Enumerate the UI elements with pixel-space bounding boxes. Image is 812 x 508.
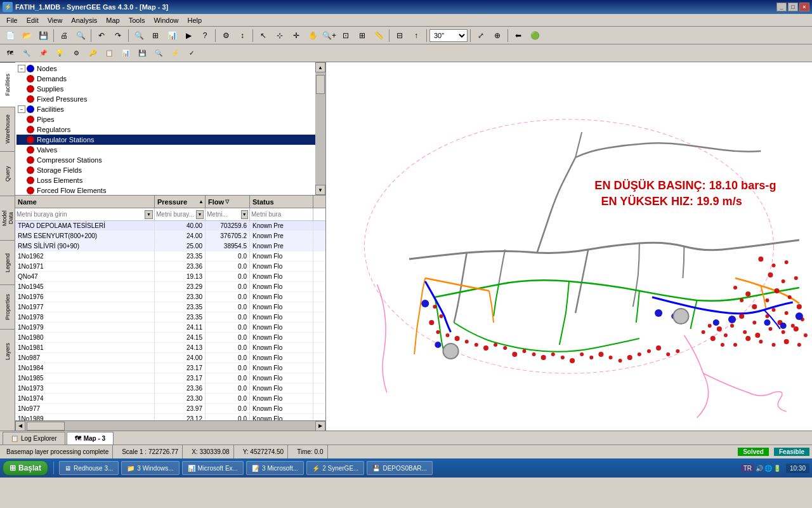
filter-name-input[interactable] [16, 211, 145, 218]
taskbar-app-3[interactable]: 📊 Microsoft Ex... [182, 461, 244, 475]
redo-button[interactable]: ↷ [110, 28, 126, 43]
tb2-btn8[interactable]: 📊 [118, 46, 133, 61]
north-button[interactable]: ↑ [409, 28, 424, 43]
filter-flow-input[interactable] [207, 211, 240, 218]
taskbar-app-5[interactable]: ⚡ 2 SynerGE... [306, 461, 364, 475]
tab-layers[interactable]: Layers [0, 329, 15, 373]
tree-forced-flow[interactable]: Forced Flow Elements [16, 185, 324, 195]
zoom-fit-button[interactable]: ⤢ [473, 28, 488, 43]
hand-button[interactable]: ✋ [305, 28, 320, 43]
table-row[interactable]: RMS SİLİVRİ (90+90) 25.00 38954.5 Known … [15, 241, 325, 251]
tb2-btn5[interactable]: ⚙ [69, 46, 84, 61]
new-button[interactable]: 📄 [3, 28, 18, 43]
start-button[interactable]: ⊞ Başlat [3, 460, 48, 476]
find-button[interactable]: 🔍 [131, 28, 147, 43]
move-button[interactable]: ✛ [289, 28, 304, 43]
table-row[interactable]: QNo47 19.13 0.0 Known Flo [15, 272, 325, 282]
tab-legend[interactable]: Legend [0, 240, 15, 284]
select-button[interactable]: ↖ [256, 28, 271, 43]
filter-pressure-btn[interactable]: ▼ [196, 210, 204, 219]
back-button[interactable]: ⬅ [511, 28, 526, 43]
menu-edit[interactable]: Edit [23, 16, 43, 25]
nodes-expander[interactable]: − [18, 65, 25, 72]
h-scroll-left[interactable]: ◀ [15, 421, 25, 431]
chart-button[interactable]: 📊 [164, 28, 180, 43]
table-row[interactable]: 1No1962 23.35 0.0 Known Flo [15, 251, 325, 262]
run-button[interactable]: ▶ [181, 28, 196, 43]
tree-demands[interactable]: Demands [16, 74, 324, 84]
table-row[interactable]: 1No1945 23.29 0.0 Known Flo [15, 282, 325, 292]
h-scroll-track[interactable] [25, 421, 315, 431]
filter-name-btn[interactable]: ▼ [145, 210, 153, 219]
h-scroll-right[interactable]: ▶ [315, 421, 325, 431]
tree-regulators[interactable]: Regulators [16, 124, 324, 135]
tree-valves[interactable]: Valves [16, 145, 324, 155]
tab-properties[interactable]: Properties [0, 284, 15, 329]
tb2-btn11[interactable]: ⚡ [167, 46, 183, 61]
table-row[interactable]: 1No987 24.00 0.0 Known Flo [15, 353, 325, 363]
tab-map-3[interactable]: 🗺 Map - 3 [67, 432, 114, 444]
taskbar-app-6[interactable]: 💾 DEPOS0BAR... [367, 461, 432, 475]
minimize-button[interactable]: _ [776, 3, 787, 11]
table-row[interactable]: 1No1978 23.35 0.0 Known Flo [15, 312, 325, 323]
menu-view[interactable]: View [44, 16, 67, 25]
grid-button[interactable]: ⊞ [148, 28, 163, 43]
tab-facilities[interactable]: Facilities [0, 62, 15, 107]
tree-scrollbar[interactable]: ▲ ▼ [315, 62, 325, 195]
tree-facilities[interactable]: − Facilities [16, 104, 324, 114]
tree-pipes[interactable]: Pipes [16, 114, 324, 124]
table-row[interactable]: 1No977 23.97 0.0 Known Flo [15, 404, 325, 414]
zoom-box-button[interactable]: ⊡ [338, 28, 353, 43]
tb2-btn7[interactable]: 📋 [102, 46, 117, 61]
measure-button[interactable]: 📏 [371, 28, 386, 43]
tree-loss-elements[interactable]: Loss Elements [16, 175, 324, 185]
table-row[interactable]: RMS ESENYURT(800+200) 24.00 376705.2 Kno… [15, 231, 325, 241]
zoom-in-button[interactable]: 🔍+ [322, 28, 337, 43]
tree-supplies[interactable]: Supplies [16, 84, 324, 94]
table-row[interactable]: 1No1985 23.17 0.0 Known Flo [15, 373, 325, 384]
select2-button[interactable]: ⊹ [272, 28, 287, 43]
h-scroll-thumb[interactable] [27, 422, 65, 431]
menu-analysis[interactable]: Analysis [67, 16, 101, 25]
scroll-down-button[interactable]: ▼ [315, 185, 325, 195]
close-button[interactable]: × [799, 3, 809, 11]
menu-window[interactable]: Window [150, 16, 182, 25]
zoom-extent-button[interactable]: ⊞ [355, 28, 370, 43]
menu-help[interactable]: Help [184, 16, 206, 25]
tree-compressor-stations[interactable]: Compressor Stations [16, 155, 324, 165]
tb2-btn3[interactable]: 📌 [36, 46, 51, 61]
restore-button[interactable]: □ [788, 3, 798, 11]
scroll-track[interactable] [315, 72, 325, 185]
tb2-btn6[interactable]: 🔑 [85, 46, 100, 61]
table-row[interactable]: TPAO DEPOLAMA TESİSLERİ 40.00 703259.6 K… [15, 221, 325, 231]
forward-button[interactable]: 🟢 [527, 28, 542, 43]
print-preview-button[interactable]: 🔍 [73, 28, 88, 43]
table-row[interactable]: 1No1984 23.17 0.0 Known Flo [15, 363, 325, 373]
tab-model-data[interactable]: Model Data [0, 196, 15, 240]
help-icon-button[interactable]: ? [197, 28, 213, 43]
save-button[interactable]: 💾 [36, 28, 51, 43]
taskbar-app-2[interactable]: 📁 3 Windows... [121, 461, 179, 475]
scroll-thumb[interactable] [316, 75, 325, 94]
menu-map[interactable]: Map [102, 16, 123, 25]
filter-flow-btn[interactable]: ▼ [241, 210, 249, 219]
tab-query[interactable]: Query [0, 151, 15, 196]
table-row[interactable]: 1No1977 23.35 0.0 Known Flo [15, 302, 325, 312]
filter-pressure-input[interactable] [156, 211, 196, 218]
table-row[interactable]: 1No1974 23.30 0.0 Known Flo [15, 394, 325, 404]
menu-tools[interactable]: Tools [125, 16, 149, 25]
taskbar-app-1[interactable]: 🖥 Redhouse 3... [59, 461, 119, 475]
tree-regulator-stations[interactable]: Regulator Stations [16, 135, 324, 145]
undo-button[interactable]: ↶ [94, 28, 109, 43]
filter-status-input[interactable] [251, 211, 311, 218]
zoom-full-button[interactable]: ⊕ [490, 28, 505, 43]
table-row[interactable]: 1No1980 24.15 0.0 Known Flo [15, 333, 325, 343]
table-row[interactable]: 1No1971 23.36 0.0 Known Flo [15, 262, 325, 272]
facilities-expander[interactable]: − [18, 105, 25, 113]
taskbar-app-4[interactable]: 📝 3 Microsoft... [246, 461, 304, 475]
zoom-level-select[interactable]: 30" 60" 1:1000 [429, 29, 468, 42]
tb2-btn9[interactable]: 💾 [134, 46, 150, 61]
tb2-btn10[interactable]: 🔍 [151, 46, 166, 61]
table-row[interactable]: 1No1989 23.12 0.0 Known Flo [15, 414, 325, 420]
table-row[interactable]: 1No1973 23.36 0.0 Known Flo [15, 384, 325, 394]
